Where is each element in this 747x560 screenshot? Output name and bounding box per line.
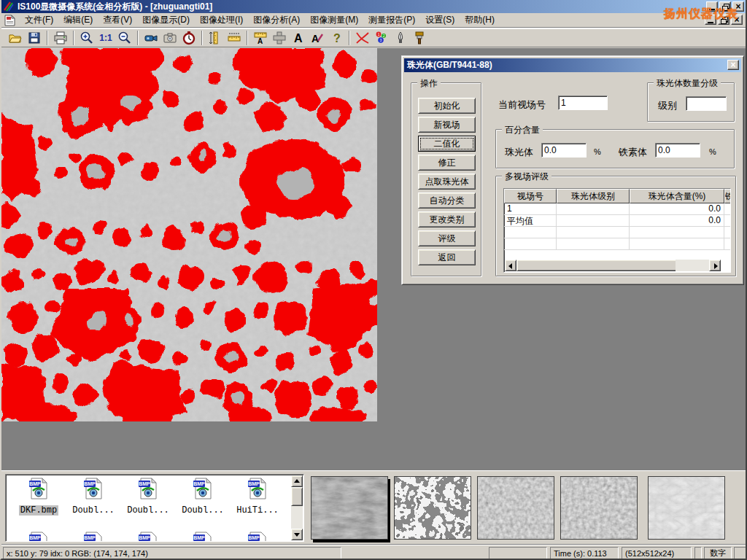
current-field-input[interactable] <box>558 96 608 110</box>
menu-image-display[interactable]: 图像显示(D) <box>137 12 195 28</box>
file-item[interactable]: BMP HuiTi... <box>232 478 283 516</box>
metallographic-image[interactable] <box>1 48 377 421</box>
thumbnail-3[interactable] <box>477 476 554 540</box>
ruler-button[interactable] <box>225 29 244 47</box>
annotate-button[interactable]: A <box>308 29 327 47</box>
scroll-right-button[interactable] <box>709 260 721 271</box>
file-item[interactable]: BMP DKF.bmp <box>13 478 64 516</box>
help-button[interactable]: ? <box>327 29 346 47</box>
thumbnail-5[interactable] <box>648 476 725 540</box>
binarize-button[interactable]: 二值化 <box>418 136 476 152</box>
menu-file[interactable]: 文件(F) <box>20 12 58 28</box>
table-horizontal-scrollbar[interactable] <box>505 260 721 271</box>
zoom-out-icon <box>117 31 132 45</box>
menu-view[interactable]: 查看(V) <box>98 12 137 28</box>
col-ferrite-content[interactable]: 铁素体含量(%) <box>724 189 731 203</box>
bmp-file-icon: BMP <box>83 532 104 542</box>
file-item[interactable]: BMP Doubl... <box>123 478 174 516</box>
menu-settings[interactable]: 设置(S) <box>420 12 460 28</box>
zoom-out-button[interactable] <box>115 29 134 47</box>
camera-button[interactable] <box>160 29 179 47</box>
file-name[interactable]: DKF.bmp <box>19 505 58 516</box>
rating-table[interactable]: 视场号 珠光体级别 珠光体含量(%) 铁素体含量(%) 1 0.0 平均值 0.… <box>503 188 731 273</box>
table-row[interactable]: 1 0.0 <box>504 203 730 215</box>
timer-icon <box>182 31 196 45</box>
auto-classify-button[interactable]: 自动分类 <box>418 192 476 209</box>
svg-text:BMP: BMP <box>193 535 205 540</box>
file-item[interactable]: BMP <box>177 532 228 542</box>
measure-text-button[interactable]: A <box>251 29 270 47</box>
file-name[interactable]: HuiTi... <box>235 505 280 516</box>
pen-icon <box>393 31 408 45</box>
file-name[interactable]: Doubl... <box>180 505 225 516</box>
timer-button[interactable] <box>179 29 198 47</box>
text-button[interactable]: A <box>289 29 308 47</box>
dialog-title-bar[interactable]: 珠光体(GB/T9441-88) × <box>404 58 741 72</box>
curve-tool-button[interactable] <box>353 29 372 47</box>
dialog-close-button[interactable]: × <box>727 60 739 70</box>
level-input[interactable] <box>686 96 727 111</box>
pen-button[interactable] <box>391 29 410 47</box>
new-field-button[interactable]: 新视场 <box>418 117 476 133</box>
scroll-left-button[interactable] <box>505 260 516 271</box>
menu-edit[interactable]: 编辑(E) <box>58 12 98 28</box>
table-row-empty <box>504 227 730 238</box>
open-folder-icon <box>8 31 23 45</box>
return-button[interactable]: 返回 <box>418 249 476 265</box>
file-name[interactable]: Doubl... <box>125 505 171 516</box>
file-item[interactable]: BMP Doubl... <box>68 478 119 516</box>
scroll-up-button[interactable] <box>291 475 303 487</box>
svg-text:BMP: BMP <box>248 481 260 486</box>
scrollbar-thumb[interactable] <box>516 260 687 271</box>
file-item[interactable]: BMP <box>68 532 119 542</box>
actual-size-button[interactable]: 1:1 <box>96 29 115 47</box>
file-browser[interactable]: BMP DKF.bmp BMP Doubl... <box>5 474 304 542</box>
scrollbar-thumb[interactable] <box>291 487 303 506</box>
initialize-button[interactable]: 初始化 <box>418 98 476 114</box>
ferrite-percent-input[interactable] <box>655 143 700 158</box>
table-row[interactable]: 平均值 0.0 <box>504 215 730 227</box>
correct-button[interactable]: 修正 <box>418 155 476 171</box>
col-pearlite-content[interactable]: 珠光体含量(%) <box>630 189 724 203</box>
pearlite-percent-input[interactable] <box>541 143 587 158</box>
menu-help[interactable]: 帮助(H) <box>460 12 500 28</box>
open-button[interactable] <box>6 29 25 47</box>
scroll-down-button[interactable] <box>291 529 303 540</box>
file-item[interactable]: BMP Doubl... <box>177 478 228 516</box>
file-list-scrollbar[interactable] <box>291 475 303 540</box>
menu-image-measure[interactable]: 图像测量(M) <box>305 12 363 28</box>
text-icon: A <box>291 31 306 45</box>
dialog-title: 珠光体(GB/T9441-88) <box>407 59 492 71</box>
camera-icon <box>163 31 177 45</box>
thumbnail-4[interactable] <box>560 476 638 540</box>
classify-button[interactable]: 1 2 3 <box>372 29 391 47</box>
menu-image-processing[interactable]: 图像处理(I) <box>195 12 248 28</box>
grid-button[interactable] <box>270 29 289 47</box>
grade-button[interactable]: 评级 <box>418 230 476 246</box>
col-field-number[interactable]: 视场号 <box>504 189 557 203</box>
classify-icon: 1 2 3 <box>374 31 389 45</box>
status-empty <box>734 547 747 559</box>
menu-image-analysis[interactable]: 图像分析(A) <box>248 12 305 28</box>
thumbnail-2[interactable] <box>394 476 471 540</box>
file-name[interactable]: Doubl... <box>71 505 116 516</box>
file-item[interactable]: BMP <box>232 532 283 542</box>
scrollbar-track[interactable] <box>676 260 709 271</box>
video-camera-button[interactable] <box>142 29 160 47</box>
brush-button[interactable] <box>410 29 429 47</box>
title-bar: IS100显微摄像系统(金相分析版) - [zhuguangti01] × <box>1 0 746 13</box>
brush-icon <box>412 31 427 45</box>
actual-size-icon: 1:1 <box>99 33 112 43</box>
save-button[interactable] <box>25 29 44 47</box>
menu-measure-report[interactable]: 测量报告(P) <box>363 12 420 28</box>
file-item[interactable]: BMP <box>13 532 64 542</box>
print-button[interactable] <box>51 29 70 47</box>
change-class-button[interactable]: 更改类别 <box>418 211 476 228</box>
thumbnail-1[interactable] <box>311 476 388 540</box>
svg-text:BMP: BMP <box>84 535 96 540</box>
pick-pearlite-button[interactable]: 点取珠光体 <box>418 174 476 190</box>
file-item[interactable]: BMP <box>123 532 174 542</box>
zoom-in-button[interactable] <box>77 29 96 47</box>
caliper-button[interactable] <box>206 29 225 47</box>
col-pearlite-level[interactable]: 珠光体级别 <box>557 189 630 203</box>
